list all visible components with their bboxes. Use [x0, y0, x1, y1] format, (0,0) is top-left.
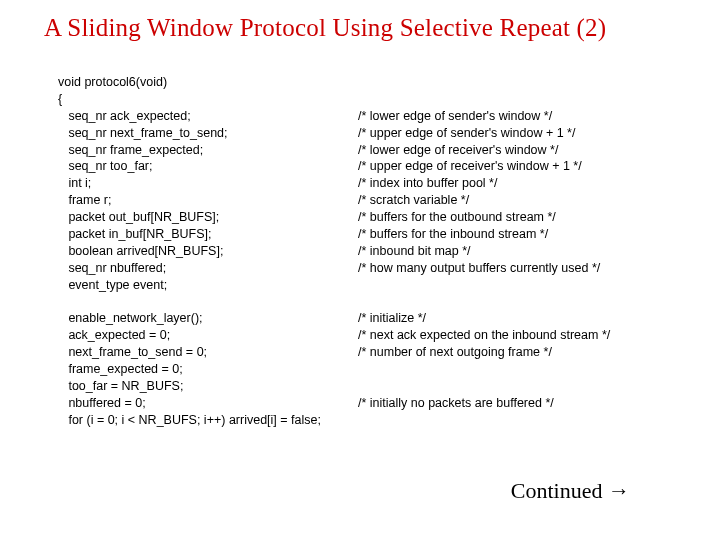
code-text: seq_nr next_frame_to_send; — [58, 125, 358, 142]
code-comment — [358, 412, 668, 429]
code-line: event_type event; — [58, 277, 668, 294]
code-comment: /* how many output buffers currently use… — [358, 260, 668, 277]
slide: A Sliding Window Protocol Using Selectiv… — [0, 0, 720, 540]
slide-title: A Sliding Window Protocol Using Selectiv… — [44, 14, 700, 42]
code-text: too_far = NR_BUFS; — [58, 378, 358, 395]
code-text: frame r; — [58, 192, 358, 209]
code-line: too_far = NR_BUFS; — [58, 378, 668, 395]
code-text: int i; — [58, 175, 358, 192]
code-comment: /* upper edge of sender's window + 1 */ — [358, 125, 668, 142]
code-line: { — [58, 91, 668, 108]
code-text: packet in_buf[NR_BUFS]; — [58, 226, 358, 243]
code-line: void protocol6(void) — [58, 74, 668, 91]
code-line: boolean arrived[NR_BUFS];/* inbound bit … — [58, 243, 668, 260]
code-text: event_type event; — [58, 277, 358, 294]
code-comment: /* buffers for the inbound stream */ — [358, 226, 668, 243]
code-line: seq_nr nbuffered;/* how many output buff… — [58, 260, 668, 277]
code-line: frame_expected = 0; — [58, 361, 668, 378]
code-line: int i;/* index into buffer pool */ — [58, 175, 668, 192]
code-line: seq_nr frame_expected;/* lower edge of r… — [58, 142, 668, 159]
code-text: for (i = 0; i < NR_BUFS; i++) arrived[i]… — [58, 412, 358, 429]
code-text: frame_expected = 0; — [58, 361, 358, 378]
code-text: packet out_buf[NR_BUFS]; — [58, 209, 358, 226]
code-comment: /* inbound bit map */ — [358, 243, 668, 260]
code-line: packet out_buf[NR_BUFS];/* buffers for t… — [58, 209, 668, 226]
code-text: seq_nr too_far; — [58, 158, 358, 175]
code-text: nbuffered = 0; — [58, 395, 358, 412]
code-comment: /* upper edge of receiver's window + 1 *… — [358, 158, 668, 175]
code-text: boolean arrived[NR_BUFS]; — [58, 243, 358, 260]
code-text: void protocol6(void) — [58, 74, 358, 91]
code-line: for (i = 0; i < NR_BUFS; i++) arrived[i]… — [58, 412, 668, 429]
code-line: seq_nr next_frame_to_send;/* upper edge … — [58, 125, 668, 142]
code-comment — [358, 277, 668, 294]
code-comment: /* lower edge of receiver's window */ — [358, 142, 668, 159]
code-text: { — [58, 91, 358, 108]
code-line: ack_expected = 0;/* next ack expected on… — [58, 327, 668, 344]
code-block: void protocol6(void) { seq_nr ack_expect… — [58, 74, 668, 429]
code-comment — [358, 361, 668, 378]
code-comment: /* initialize */ — [358, 310, 668, 327]
code-line: nbuffered = 0;/* initially no packets ar… — [58, 395, 668, 412]
code-line: seq_nr too_far;/* upper edge of receiver… — [58, 158, 668, 175]
code-text: enable_network_layer(); — [58, 310, 358, 327]
code-line: packet in_buf[NR_BUFS];/* buffers for th… — [58, 226, 668, 243]
code-comment — [358, 378, 668, 395]
code-text: seq_nr nbuffered; — [58, 260, 358, 277]
code-comment — [358, 74, 668, 91]
code-text: seq_nr ack_expected; — [58, 108, 358, 125]
code-comment: /* next ack expected on the inbound stre… — [358, 327, 668, 344]
code-comment: /* buffers for the outbound stream */ — [358, 209, 668, 226]
continued-label: Continued → — [511, 478, 630, 504]
code-comment: /* index into buffer pool */ — [358, 175, 668, 192]
code-comment: /* scratch variable */ — [358, 192, 668, 209]
code-comment — [358, 91, 668, 108]
code-line: next_frame_to_send = 0;/* number of next… — [58, 344, 668, 361]
code-comment: /* number of next outgoing frame */ — [358, 344, 668, 361]
code-comment: /* initially no packets are buffered */ — [358, 395, 668, 412]
blank-line — [58, 293, 668, 310]
code-text: seq_nr frame_expected; — [58, 142, 358, 159]
code-line: frame r;/* scratch variable */ — [58, 192, 668, 209]
code-line: enable_network_layer();/* initialize */ — [58, 310, 668, 327]
code-line: seq_nr ack_expected;/* lower edge of sen… — [58, 108, 668, 125]
code-comment: /* lower edge of sender's window */ — [358, 108, 668, 125]
code-text: ack_expected = 0; — [58, 327, 358, 344]
code-text: next_frame_to_send = 0; — [58, 344, 358, 361]
